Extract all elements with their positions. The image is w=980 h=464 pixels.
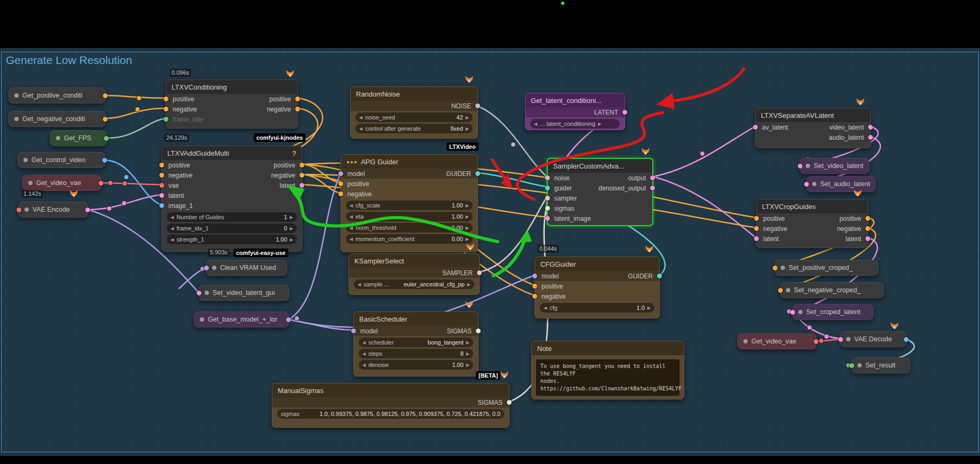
input-port-positive[interactable] xyxy=(164,97,168,101)
node-set-negative-croped[interactable]: Set_negative_croped_ xyxy=(780,282,884,298)
decrement-arrow-icon[interactable]: ◀ xyxy=(171,237,174,242)
input-port-model[interactable] xyxy=(532,274,537,278)
input-port-noise[interactable] xyxy=(545,175,550,180)
node-set-video-latent-gui[interactable]: Set_video_latent_gui xyxy=(199,285,289,301)
widget-eta[interactable]: ◀ eta 1.00 ▶ xyxy=(346,212,473,221)
node-header[interactable]: BasicScheduler xyxy=(354,312,478,326)
output-port-positive[interactable] xyxy=(865,216,870,221)
decrement-arrow-icon[interactable]: ◀ xyxy=(359,115,362,120)
node-get-latent-conditioning[interactable]: Get_latent_conditioni... LATENT ◀ ... la… xyxy=(525,93,625,130)
decrement-arrow-icon[interactable]: ◀ xyxy=(544,306,547,310)
collapse-dot-icon[interactable] xyxy=(781,266,785,270)
increment-arrow-icon[interactable]: ▶ xyxy=(466,214,469,219)
node-get-negative-conditi[interactable]: Get_negative_conditi xyxy=(9,111,106,127)
increment-arrow-icon[interactable]: ▶ xyxy=(290,226,293,231)
collapse-dot-icon[interactable] xyxy=(846,337,851,341)
node-set-video-latent[interactable]: Set_video_latent xyxy=(800,158,869,174)
input-port-guider[interactable] xyxy=(545,186,550,190)
node-header[interactable]: ManualSigmas xyxy=(272,383,509,397)
node-get-positive-conditi[interactable]: Get_positive_conditi xyxy=(9,87,106,103)
output-port[interactable] xyxy=(286,317,291,322)
node-get-video-vae-left[interactable]: Get_video_vae xyxy=(22,175,101,191)
increment-arrow-icon[interactable]: ▶ xyxy=(466,226,469,230)
widget-control-after-generate[interactable]: ◀ control after generate fixed ▶ xyxy=(355,124,473,133)
decrement-arrow-icon[interactable]: ◀ xyxy=(350,237,353,242)
input-port-latent[interactable] xyxy=(754,236,759,241)
node-ltxv-add-guide-multi[interactable]: LTXVAddGuideMulti ? positive positive ne… xyxy=(161,146,302,252)
node-header[interactable]: LTXVConditioning xyxy=(166,80,297,94)
output-port-output[interactable] xyxy=(650,175,655,180)
output-port[interactable] xyxy=(103,117,108,122)
output-port[interactable] xyxy=(99,181,103,186)
node-random-noise[interactable]: RandomNoise NOISE ◀ noise_seed 42 ▶ ◀ co… xyxy=(350,86,478,139)
output-port-latent[interactable] xyxy=(865,236,870,241)
decrement-arrow-icon[interactable]: ◀ xyxy=(359,126,362,131)
node-get-fps[interactable]: Get_FPS xyxy=(50,130,107,146)
decrement-arrow-icon[interactable]: ◀ xyxy=(171,226,174,231)
increment-arrow-icon[interactable]: ▶ xyxy=(466,237,469,242)
node-header[interactable]: ●●● APG Guider xyxy=(341,155,477,169)
increment-arrow-icon[interactable]: ▶ xyxy=(466,203,469,208)
input-port-sampler[interactable] xyxy=(545,196,550,201)
widget-scheduler[interactable]: ◀ scheduler bong_tangent ▶ xyxy=(359,338,473,347)
input-port-latent-image[interactable] xyxy=(545,216,550,221)
node-get-control-video[interactable]: Get_control_video xyxy=(18,152,105,168)
decrement-arrow-icon[interactable]: ◀ xyxy=(362,351,366,356)
node-set-croped-latent[interactable]: Set_croped_latent xyxy=(792,304,873,320)
collapse-dot-icon[interactable] xyxy=(56,136,60,140)
widget-norm-threshold[interactable]: ◀ norm_threshold 0.00 ▶ xyxy=(346,223,473,233)
increment-arrow-icon[interactable]: ▶ xyxy=(647,306,651,310)
input-port-negative[interactable] xyxy=(159,173,164,178)
output-port[interactable] xyxy=(104,136,109,141)
input-port-vae[interactable] xyxy=(159,183,164,188)
output-port-guider[interactable] xyxy=(657,274,662,278)
node-note[interactable]: Note To use bong_tangent you need to ins… xyxy=(531,341,684,399)
collapse-dot-icon[interactable] xyxy=(200,317,204,322)
input-port-negative[interactable] xyxy=(532,294,537,299)
input-port[interactable] xyxy=(849,363,854,368)
node-ksampler-select[interactable]: KSamplerSelect SAMPLER ◀ sample ... eule… xyxy=(349,253,480,295)
input-port-negative[interactable] xyxy=(754,226,759,231)
output-port-positive[interactable] xyxy=(295,97,300,101)
input-port[interactable] xyxy=(197,291,201,295)
input-port[interactable] xyxy=(773,266,777,270)
output-port-negative[interactable] xyxy=(865,226,870,231)
output-port[interactable] xyxy=(103,93,108,98)
input-port[interactable] xyxy=(804,182,809,187)
input-port-negative[interactable] xyxy=(338,191,343,196)
input-port-model[interactable] xyxy=(351,329,356,333)
node-clean-vram-used[interactable]: Clean VRAM Used xyxy=(206,260,287,276)
collapse-dot-icon[interactable] xyxy=(205,291,209,295)
output-port-denoised-output[interactable] xyxy=(650,186,655,190)
input-port-negative[interactable] xyxy=(164,107,168,111)
node-basic-scheduler[interactable]: BasicScheduler model SIGMAS ◀ scheduler … xyxy=(353,311,479,377)
node-header[interactable]: Get_latent_conditioni... xyxy=(525,93,625,107)
increment-arrow-icon[interactable]: ▶ xyxy=(466,363,469,367)
node-set-audio-latent[interactable]: Set_audio_latent xyxy=(806,176,876,192)
node-ltxv-conditioning[interactable]: LTXVConditioning positive positive negat… xyxy=(166,79,298,129)
input-port-sigmas[interactable] xyxy=(545,206,550,211)
widget-sampler-name[interactable]: ◀ sample ... euler_ancestral_cfg_pp ▶ xyxy=(354,279,474,289)
input-port[interactable] xyxy=(778,288,783,293)
output-port-sampler[interactable] xyxy=(477,270,482,275)
widget-latent-conditioning-combo[interactable]: ◀ ... latent_conditioning ▶ xyxy=(530,119,620,129)
output-port-guider[interactable] xyxy=(475,171,480,176)
node-header[interactable]: Note xyxy=(532,341,684,355)
node-header[interactable]: SamplerCustomAdva... xyxy=(548,159,652,173)
input-port-model[interactable] xyxy=(338,171,343,176)
input-port-frame-rate[interactable] xyxy=(164,117,168,122)
node-manual-sigmas[interactable]: ManualSigmas SIGMAS sigmas 1.0, 0.99375,… xyxy=(272,383,509,428)
decrement-arrow-icon[interactable]: ◀ xyxy=(350,226,353,230)
input-port[interactable] xyxy=(204,266,209,270)
combo-left-arrow-icon[interactable]: ◀ xyxy=(358,282,361,287)
output-port-sigmas[interactable] xyxy=(507,400,512,405)
collapse-dot-icon[interactable] xyxy=(23,158,28,162)
input-port-positive[interactable] xyxy=(159,163,164,167)
input-port[interactable] xyxy=(798,164,803,169)
decrement-arrow-icon[interactable]: ◀ xyxy=(350,203,353,208)
input-port-positive[interactable] xyxy=(532,284,537,289)
output-port-noise[interactable] xyxy=(475,103,480,108)
increment-arrow-icon[interactable]: ▶ xyxy=(466,351,469,356)
node-set-positive-croped[interactable]: Set_positive_croped_ xyxy=(775,260,878,276)
node-vae-decode[interactable]: VAE Decode xyxy=(840,331,906,347)
